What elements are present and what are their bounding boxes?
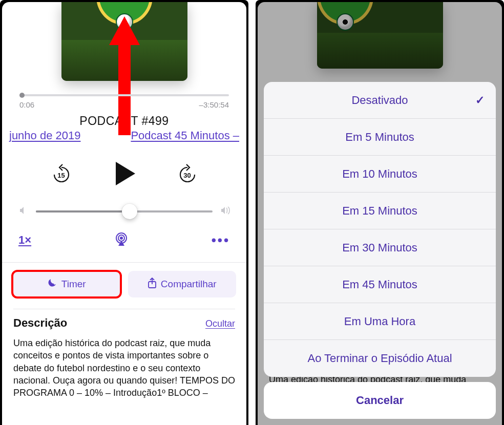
moon-icon: [47, 278, 57, 291]
check-icon: ✓: [475, 94, 485, 107]
timer-option-label: Ao Terminar o Episódio Atual: [307, 352, 452, 365]
show-name-link[interactable]: Podcast 45 Minutos –: [131, 129, 239, 142]
timer-action-sheet: Desativado ✓ Em 5 Minutos Em 10 Minutos …: [264, 82, 496, 419]
hide-description-link[interactable]: Ocultar: [205, 318, 235, 329]
share-label: Compartilhar: [161, 279, 217, 290]
timer-option-label: Em 15 Minutos: [342, 204, 417, 218]
timer-option-5min[interactable]: Em 5 Minutos: [264, 119, 496, 156]
timer-option-label: Desativado: [351, 94, 408, 107]
timer-option-label: Em 30 Minutos: [342, 241, 417, 254]
timer-option-label: Em Uma Hora: [344, 315, 415, 328]
cancel-label: Cancelar: [356, 394, 404, 407]
timer-option-label: Em 45 Minutos: [342, 278, 417, 291]
timer-option-10min[interactable]: Em 10 Minutos: [264, 156, 496, 193]
episode-artwork[interactable]: [61, 2, 187, 81]
player-sheet: 0:06 –3:50:54 PODCAST #499 junho de 2019…: [2, 2, 246, 425]
timer-option-30min[interactable]: Em 30 Minutos: [264, 229, 496, 266]
skip-fwd-label: 30: [176, 164, 199, 186]
timer-label: Timer: [61, 279, 86, 290]
timer-option-1hr[interactable]: Em Uma Hora: [264, 303, 496, 340]
episode-title: PODCAST #499: [2, 114, 246, 128]
playback-speed-button[interactable]: 1×: [18, 233, 31, 247]
more-button[interactable]: •••: [212, 232, 230, 248]
skip-back-label: 15: [50, 164, 73, 186]
share-icon: [148, 278, 157, 291]
description-heading: Descrição: [13, 316, 67, 330]
timer-option-end-episode[interactable]: Ao Terminar o Episódio Atual: [264, 340, 496, 377]
time-elapsed: 0:06: [19, 100, 34, 109]
svg-marker-1: [116, 162, 135, 185]
timer-option-disabled[interactable]: Desativado ✓: [264, 82, 496, 119]
sleep-timer-button[interactable]: Timer: [12, 271, 121, 298]
skip-back-button[interactable]: 15: [50, 163, 73, 186]
time-remaining: –3:50:54: [199, 100, 229, 109]
episode-date-link[interactable]: junho de 2019: [9, 129, 80, 142]
svg-point-4: [120, 237, 122, 239]
timer-option-label: Em 10 Minutos: [342, 167, 417, 181]
progress-slider[interactable]: [19, 94, 229, 96]
volume-slider[interactable]: [36, 210, 213, 213]
play-button[interactable]: [111, 160, 138, 189]
skip-forward-button[interactable]: 30: [176, 163, 199, 186]
timer-option-15min[interactable]: Em 15 Minutos: [264, 193, 496, 229]
cancel-button[interactable]: Cancelar: [264, 382, 496, 419]
description-body: Uma edição histórica do podcast raiz, qu…: [13, 337, 235, 402]
player-sheet-bg: Uma edição histórica do podcast raiz, qu…: [258, 2, 502, 425]
share-button[interactable]: Compartilhar: [128, 271, 237, 298]
timer-option-label: Em 5 Minutos: [345, 131, 414, 144]
timer-option-45min[interactable]: Em 45 Minutos: [264, 266, 496, 303]
airplay-button[interactable]: [114, 231, 129, 249]
phone-right-timer-sheet: Uma edição histórica do podcast raiz, qu…: [256, 0, 504, 425]
volume-high-icon: [220, 206, 230, 217]
timer-options-list: Desativado ✓ Em 5 Minutos Em 10 Minutos …: [264, 82, 496, 377]
volume-low-icon: [18, 206, 29, 217]
phone-left-player: 0:06 –3:50:54 PODCAST #499 junho de 2019…: [0, 0, 248, 425]
